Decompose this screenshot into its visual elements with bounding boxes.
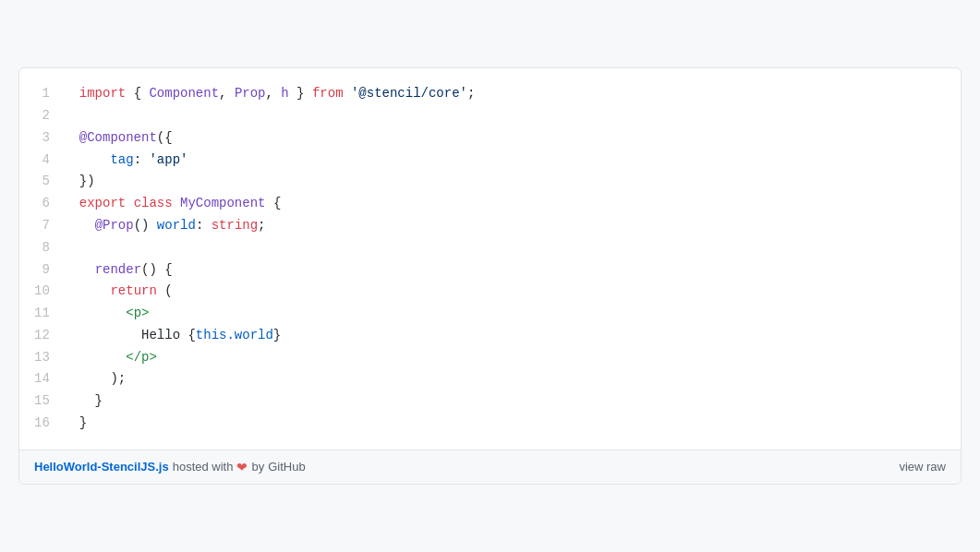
code-table: 1import { Component, Prop, h } from '@st… <box>19 83 961 435</box>
line-number: 11 <box>19 303 65 325</box>
table-row: 1import { Component, Prop, h } from '@st… <box>19 83 961 105</box>
line-code: <p> <box>65 303 961 325</box>
line-number: 10 <box>19 281 65 303</box>
table-row: 3@Component({ <box>19 127 961 150</box>
line-number: 15 <box>19 390 65 413</box>
line-code: }) <box>65 171 961 193</box>
github-text: GitHub <box>268 460 305 474</box>
table-row: 6export class MyComponent { <box>19 193 961 215</box>
table-row: 5}) <box>19 171 961 193</box>
line-code: } <box>65 390 961 413</box>
line-number: 3 <box>19 127 65 150</box>
line-code: } <box>65 413 961 435</box>
line-number: 16 <box>19 413 65 435</box>
table-row: 15 } <box>19 390 961 413</box>
line-number: 12 <box>19 325 65 347</box>
line-code: return ( <box>65 281 961 303</box>
line-code <box>65 105 961 127</box>
line-code: @Prop() world: string; <box>65 215 961 237</box>
line-number: 8 <box>19 237 65 259</box>
line-code: @Component({ <box>65 127 961 150</box>
table-row: 7 @Prop() world: string; <box>19 215 961 237</box>
table-row: 4 tag: 'app' <box>19 150 961 172</box>
table-row: 9 render() { <box>19 259 961 282</box>
filename-link[interactable]: HelloWorld-StencilJS.js <box>34 460 169 474</box>
line-code: Hello {this.world} <box>65 325 961 347</box>
line-number: 13 <box>19 347 65 369</box>
footer-left: HelloWorld-StencilJS.js hosted with ❤ by… <box>34 460 306 474</box>
line-code: tag: 'app' <box>65 150 961 172</box>
heart-icon: ❤ <box>236 460 248 474</box>
line-number: 1 <box>19 83 65 105</box>
line-code: render() { <box>65 259 961 282</box>
code-body: 1import { Component, Prop, h } from '@st… <box>19 68 961 450</box>
line-code: </p> <box>65 347 961 369</box>
line-number: 6 <box>19 193 65 215</box>
code-block: 1import { Component, Prop, h } from '@st… <box>18 67 962 485</box>
by-text: by <box>251 460 264 474</box>
line-code <box>65 237 961 259</box>
table-row: 2 <box>19 105 961 127</box>
line-code: ); <box>65 368 961 390</box>
table-row: 8 <box>19 237 961 259</box>
line-number: 9 <box>19 259 65 282</box>
line-code: export class MyComponent { <box>65 193 961 215</box>
hosted-text: hosted with <box>173 460 234 474</box>
code-footer: HelloWorld-StencilJS.js hosted with ❤ by… <box>19 450 961 484</box>
table-row: 16} <box>19 413 961 435</box>
table-row: 10 return ( <box>19 281 961 303</box>
view-raw-link[interactable]: view raw <box>899 460 946 474</box>
line-code: import { Component, Prop, h } from '@ste… <box>65 83 961 105</box>
line-number: 14 <box>19 368 65 390</box>
table-row: 11 <p> <box>19 303 961 325</box>
line-number: 2 <box>19 105 65 127</box>
table-row: 13 </p> <box>19 347 961 369</box>
line-number: 7 <box>19 215 65 237</box>
line-number: 5 <box>19 171 65 193</box>
table-row: 12 Hello {this.world} <box>19 325 961 347</box>
table-row: 14 ); <box>19 368 961 390</box>
footer-right: view raw <box>899 460 946 474</box>
line-number: 4 <box>19 150 65 172</box>
